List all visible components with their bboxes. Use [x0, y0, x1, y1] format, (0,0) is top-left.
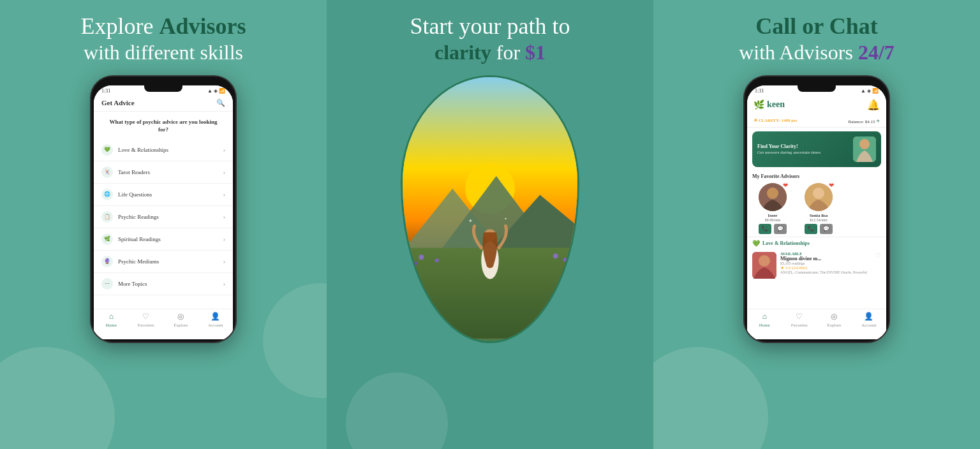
chat-button-sonia[interactable]: 💬	[820, 224, 833, 234]
advisor-list-item-mignon: AVAILABLE Mignon divine m... 85,105 read…	[747, 249, 886, 281]
right-heading-247: 24/7	[858, 41, 895, 64]
menu-item-love[interactable]: 💚 Love & Relationships ›	[94, 139, 233, 161]
advisor-list-name-mignon: Mignon divine m...	[780, 256, 872, 261]
promo-banner: Find Your Clarity! Get answers during un…	[752, 131, 881, 167]
mediums-icon: 🔮	[101, 256, 113, 267]
favorite-icon-mignon[interactable]: ♡	[875, 252, 881, 259]
clarity-points: 1499 pts	[781, 118, 797, 123]
search-icon[interactable]: 🔍	[216, 99, 225, 107]
get-advice-title: Get Advice	[101, 99, 135, 107]
nav-home-left[interactable]: ⌂ Home	[94, 312, 129, 328]
chevron-tarot: ›	[223, 168, 225, 175]
right-phone-screen: 1:31 ▲ ◈ 📶 🌿 keen 🔔 ☀ CLARITY: 1499 pts	[747, 85, 886, 339]
left-heading-advisors: Advisors	[159, 13, 246, 39]
svg-point-7	[435, 258, 439, 262]
psychic-icon: 📋	[101, 211, 113, 223]
promo-image	[853, 136, 876, 162]
menu-item-spiritual[interactable]: 🌿 Spiritual Readings ›	[94, 228, 233, 251]
sunset-scene: ✦ ✦ ·	[403, 75, 577, 341]
right-heading-call: Call or Chat	[755, 13, 877, 39]
love-icon: 💚	[101, 144, 113, 156]
menu-item-life[interactable]: 🌐 Life Questions ›	[94, 184, 233, 206]
menu-label-more: More Topics	[118, 281, 147, 287]
keen-leaf-icon: 🌿	[754, 99, 764, 110]
menu-item-psychic[interactable]: 📋 Psychic Readings ›	[94, 206, 233, 228]
left-heading: Explore Advisors with different skills	[81, 13, 246, 65]
menu-item-mediums[interactable]: 🔮 Psychic Mediums ›	[94, 251, 233, 273]
nav-favorites-left[interactable]: ♡ Favorites	[129, 312, 164, 328]
life-icon: 🌐	[101, 189, 113, 200]
chevron-more: ›	[223, 280, 225, 287]
nav-home-label-right: Home	[759, 323, 770, 328]
svg-point-9	[553, 253, 558, 258]
nav-explore-right[interactable]: ◎ Explore	[817, 312, 852, 328]
svg-point-17	[859, 139, 870, 149]
advisor-actions-iseer: 📞 💬	[759, 224, 787, 234]
nav-account-label-left: Account	[208, 323, 223, 328]
right-heading-with: with Advisors	[739, 41, 858, 64]
menu-label-spiritual: Spiritual Readings	[118, 236, 161, 242]
notification-icon[interactable]: 🔔	[867, 99, 880, 111]
heart-icon-sonia: ❤	[829, 182, 834, 189]
advisor-price-sonia: $12.54/min	[810, 218, 828, 222]
call-button-iseer[interactable]: 📞	[759, 224, 771, 234]
favorites-section-title: My Favorite Advisors	[747, 171, 886, 180]
advisor-actions-sonia: 📞 💬	[805, 224, 833, 234]
advisor-name-sonia: Sonia lisa	[810, 213, 828, 218]
menu-label-mediums: Psychic Mediums	[118, 258, 159, 265]
home-icon-right: ⌂	[762, 312, 767, 321]
nav-account-left[interactable]: 👤 Account	[198, 312, 234, 328]
chevron-spiritual: ›	[223, 235, 225, 242]
menu-label-psychic: Psychic Readings	[118, 214, 159, 220]
tarot-icon: 🃏	[101, 166, 113, 178]
nav-account-right[interactable]: 👤 Account	[852, 312, 887, 328]
advisor-avatar-wrap-iseer: ❤	[759, 183, 787, 211]
nav-favorites-label-right: Favorites	[791, 323, 808, 328]
keen-logo: 🌿 keen	[754, 99, 785, 110]
svg-text:·: ·	[509, 230, 509, 233]
left-phone-screen: 1:31 ▲ ◈ 📶 Get Advice 🔍 What type of psy…	[94, 85, 233, 339]
account-icon-right: 👤	[864, 312, 873, 321]
nav-explore-left[interactable]: ◎ Explore	[163, 312, 198, 328]
add-balance-button[interactable]: +	[876, 117, 880, 124]
center-heading-for: for	[496, 41, 525, 64]
phone-notch-left	[144, 85, 182, 92]
call-button-sonia[interactable]: 📞	[805, 224, 817, 234]
heart-icon-iseer: ❤	[783, 182, 788, 189]
menu-item-tarot[interactable]: 🃏 Tarot Readers ›	[94, 161, 233, 184]
advisor-card-iseer: ❤ Iseer $8.99/min 📞 💬	[752, 183, 793, 234]
menu-item-more[interactable]: ⋯ More Topics ›	[94, 273, 233, 295]
chevron-mediums: ›	[223, 258, 225, 265]
advisor-avatar-wrap-sonia: ❤	[805, 183, 833, 211]
menu-label-love: Love & Relationships	[118, 147, 168, 153]
left-heading-explore: Explore	[81, 13, 160, 39]
nav-home-right[interactable]: ⌂ Home	[747, 312, 782, 328]
advice-question: What type of psychic advice are you look…	[94, 112, 233, 139]
more-icon: ⋯	[101, 278, 113, 290]
center-heading: Start your path to clarity for $1	[410, 13, 570, 65]
menu-label-tarot: Tarot Readers	[118, 169, 150, 175]
get-advice-header: Get Advice 🔍	[94, 95, 233, 112]
favorites-icon-right: ♡	[796, 312, 803, 321]
advisor-name-iseer: Iseer	[768, 213, 778, 218]
star-rating-mignon: ★ 5.0 (24,866)	[780, 265, 872, 270]
center-heading-clarity: clarity	[434, 41, 491, 64]
left-phone: 1:31 ▲ ◈ 📶 Get Advice 🔍 What type of psy…	[90, 75, 237, 343]
svg-text:✦: ✦	[468, 218, 473, 224]
promo-person-img	[853, 136, 876, 162]
advisors-row: ❤ Iseer $8.99/min 📞 💬	[747, 180, 886, 237]
right-phone: 1:31 ▲ ◈ 📶 🌿 keen 🔔 ☀ CLARITY: 1499 pts	[743, 75, 890, 343]
chat-button-iseer[interactable]: 💬	[774, 224, 787, 234]
keen-header: 🌿 keen 🔔	[747, 95, 886, 115]
balance-value: $4.15	[865, 119, 875, 124]
chevron-love: ›	[223, 146, 225, 153]
balance-label: Balance:	[849, 119, 865, 124]
love-section-label: Love & Relationships	[762, 240, 810, 246]
love-section-icon: 💚	[752, 240, 760, 247]
nav-favorites-label-left: Favorites	[138, 323, 154, 328]
nav-favorites-right[interactable]: ♡ Favorites	[782, 312, 817, 328]
explore-icon-right: ◎	[831, 312, 837, 321]
favorites-icon-left: ♡	[142, 312, 149, 321]
nav-account-label-right: Account	[861, 323, 877, 328]
center-image: ✦ ✦ ·	[401, 75, 579, 343]
